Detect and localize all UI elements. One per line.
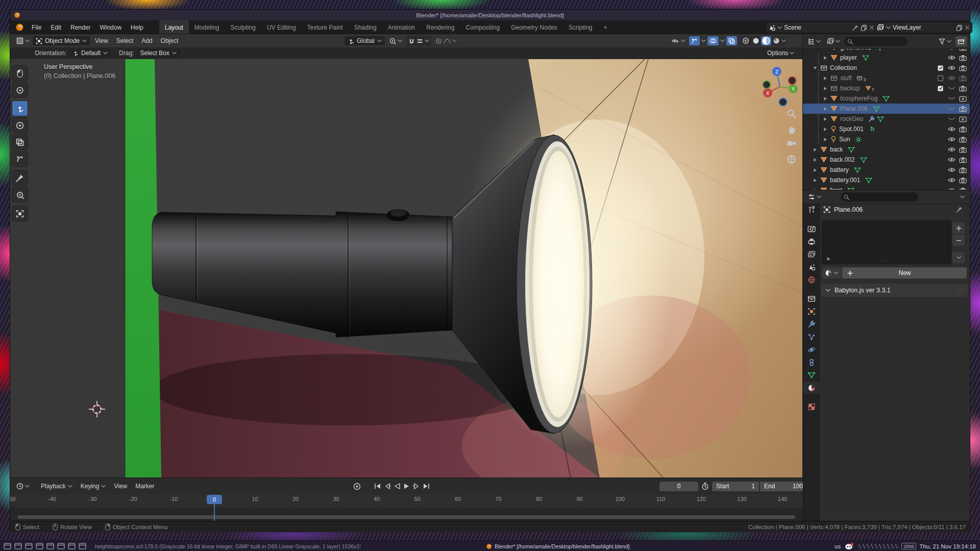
workspace-tab-compositing[interactable]: Compositing: [460, 20, 505, 34]
outliner-search-input[interactable]: [844, 37, 908, 46]
outliner-editor-type-button[interactable]: [805, 36, 823, 46]
outliner-row-back-002[interactable]: back.002: [803, 155, 970, 165]
workspace-tab-rendering[interactable]: Rendering: [421, 20, 460, 34]
taskbar-app-icon[interactable]: [79, 543, 86, 549]
properties-tab-object[interactable]: [803, 305, 820, 317]
menu-help[interactable]: Help: [126, 20, 148, 34]
tray-link-icon[interactable]: [883, 543, 886, 549]
material-slot-list[interactable]: ::::: [822, 220, 951, 264]
timeline-tracks[interactable]: [10, 508, 803, 521]
outliner-row-front[interactable]: front: [803, 185, 970, 190]
workspace-tab-modeling[interactable]: Modeling: [189, 20, 225, 34]
tweak-button[interactable]: [12, 66, 28, 81]
camera-view-icon[interactable]: [787, 139, 797, 147]
enable-render-icon[interactable]: [959, 177, 967, 184]
viewport-menu-object[interactable]: Object: [157, 34, 183, 48]
collection-exclude-checkbox[interactable]: [938, 76, 943, 81]
outliner-row-icospherefog[interactable]: IcosphereFog: [803, 93, 970, 104]
expand-icon[interactable]: [813, 168, 817, 172]
scale-tool-button[interactable]: [12, 135, 28, 149]
object-type-visibility-button[interactable]: [670, 36, 688, 46]
enable-render-icon[interactable]: [959, 106, 967, 112]
next-keyframe-button[interactable]: [413, 483, 420, 489]
properties-tab-scene[interactable]: [803, 261, 820, 273]
mode-dropdown[interactable]: Object Mode: [33, 36, 90, 45]
workspace-tab-layout[interactable]: Layout: [159, 20, 189, 34]
expand-icon[interactable]: [823, 127, 827, 132]
tray-link-icon[interactable]: [895, 543, 898, 549]
properties-tab-data[interactable]: [803, 369, 820, 381]
enable-render-icon[interactable]: [959, 55, 967, 61]
expand-icon[interactable]: [823, 96, 827, 101]
taskbar-app-icon[interactable]: [57, 543, 65, 549]
resize-grip[interactable]: ::::: [881, 258, 888, 263]
new-scene-icon[interactable]: [861, 24, 867, 31]
play-reverse-button[interactable]: [395, 483, 400, 489]
new-viewlayer-icon[interactable]: [956, 24, 963, 31]
jump-to-start-button[interactable]: [374, 483, 381, 489]
tray-link-icon[interactable]: [874, 543, 878, 549]
enable-render-icon[interactable]: [959, 167, 967, 173]
taskbar-app-icon[interactable]: [36, 543, 43, 549]
outliner-display-mode-button[interactable]: [825, 36, 842, 46]
slot-specials-button[interactable]: [952, 252, 965, 263]
measure-tool-button[interactable]: [12, 187, 28, 202]
properties-tab-collection[interactable]: [803, 292, 820, 305]
outliner-row-collection[interactable]: Collection: [803, 63, 970, 73]
transform-tool-button[interactable]: [12, 152, 28, 166]
show-gizmo-button[interactable]: [689, 36, 700, 45]
properties-tab-texture[interactable]: [803, 400, 820, 413]
remove-viewlayer-icon[interactable]: [965, 25, 970, 30]
tray-link-icon[interactable]: [866, 543, 870, 549]
scene-selector[interactable]: Scene: [766, 22, 877, 33]
properties-tab-render[interactable]: [803, 222, 820, 235]
workspace-tab-animation[interactable]: Animation: [382, 20, 421, 34]
show-viewport-icon[interactable]: [948, 65, 955, 70]
enable-render-icon[interactable]: [959, 65, 967, 71]
cursor-tool-button[interactable]: [12, 83, 28, 97]
hide-viewport-icon[interactable]: [948, 96, 955, 101]
tray-link-icon[interactable]: [858, 543, 862, 549]
outliner-row-battery-001[interactable]: battery.001: [803, 175, 970, 185]
expand-icon[interactable]: [813, 147, 817, 152]
taskbar-entry-blender[interactable]: Blender* [/home/amalie/Desktop/blender/f…: [486, 543, 629, 549]
discord-tray-icon[interactable]: [845, 543, 854, 550]
drag-dropdown[interactable]: Select Box: [137, 49, 179, 57]
proportional-edit-button[interactable]: [433, 36, 459, 46]
enable-render-icon[interactable]: [959, 126, 967, 133]
toggle-xray-button[interactable]: [726, 36, 737, 45]
remove-slot-button[interactable]: [952, 235, 965, 246]
tray-link-icon[interactable]: [891, 543, 894, 549]
viewport-scene[interactable]: [10, 58, 803, 478]
tray-link-icon[interactable]: [862, 543, 866, 549]
disable-render-icon[interactable]: [959, 95, 967, 102]
hide-viewport-icon[interactable]: [948, 116, 955, 121]
annotate-tool-button[interactable]: [12, 170, 28, 185]
auto-keying-button[interactable]: [353, 483, 361, 490]
show-viewport-icon[interactable]: [948, 157, 955, 162]
enable-render-icon[interactable]: [959, 157, 967, 163]
show-viewport-icon[interactable]: [948, 178, 955, 183]
menu-file[interactable]: File: [27, 20, 46, 34]
viewport-menu-view[interactable]: View: [91, 34, 112, 48]
toggle-perspective-icon[interactable]: [787, 155, 796, 164]
show-viewport-icon[interactable]: [948, 137, 955, 142]
properties-options-icon[interactable]: [960, 195, 965, 198]
expand-icon[interactable]: [826, 257, 831, 261]
pin-icon[interactable]: [852, 24, 859, 31]
properties-editor-type-button[interactable]: [806, 192, 823, 202]
outliner-filter-button[interactable]: [937, 36, 953, 46]
timeline-ruler[interactable]: -50-40-30-20-101020304050607080901001101…: [10, 494, 803, 508]
window-titlebar[interactable]: Blender* [/home/amalie/Desktop/blender/f…: [10, 10, 970, 20]
timeline-scrollbar[interactable]: [17, 515, 795, 519]
move-tool-button[interactable]: [12, 101, 28, 116]
show-overlays-button[interactable]: [707, 36, 719, 45]
expand-icon[interactable]: [823, 107, 827, 111]
current-frame-field[interactable]: 0: [659, 482, 698, 491]
panel-grip[interactable]: ::::: [957, 288, 964, 293]
outliner-row-sun[interactable]: Sun: [803, 134, 970, 144]
chevron-down-icon[interactable]: [781, 39, 786, 42]
taskbar-app-icon[interactable]: [25, 543, 33, 549]
outliner-row-player[interactable]: player: [803, 53, 970, 63]
babylon-panel-header[interactable]: Babylon.js ver 3.3.1 ::::: [821, 284, 968, 297]
